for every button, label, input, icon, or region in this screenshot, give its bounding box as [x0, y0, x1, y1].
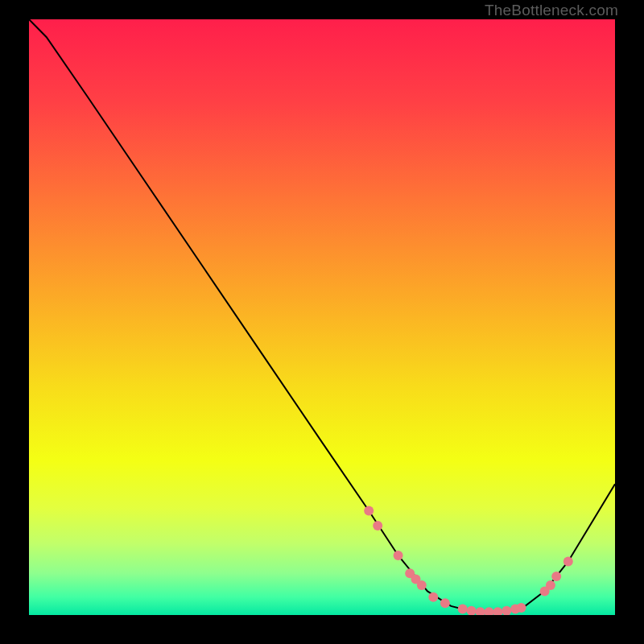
plot-area [29, 19, 615, 615]
gradient-background [29, 19, 615, 615]
data-dot [458, 605, 468, 614]
data-dot [364, 506, 374, 516]
data-dot [394, 551, 403, 560]
data-dot [417, 580, 427, 590]
data-dot [428, 592, 438, 602]
data-dot [517, 603, 526, 613]
chart-svg [29, 19, 615, 615]
watermark-text: TheBottleneck.com [485, 2, 618, 19]
data-dot [373, 521, 382, 530]
data-dot [546, 580, 555, 590]
chart-stage: TheBottleneck.com [0, 0, 644, 644]
data-dot [551, 572, 561, 581]
data-dot [440, 598, 450, 608]
data-dot [564, 556, 573, 566]
